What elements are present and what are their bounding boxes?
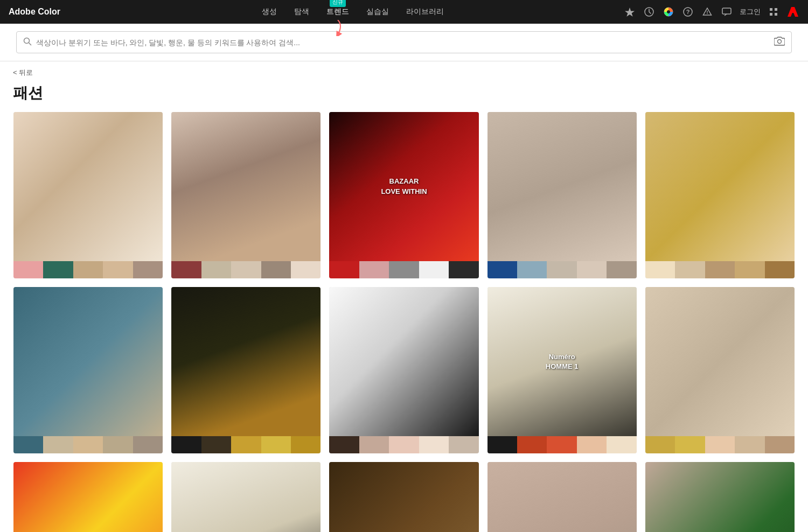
- color-swatch: [517, 436, 547, 453]
- image-grid: BAZAAR LOVE WITHINNuméro HOMME 1ELLE: [13, 112, 795, 532]
- svg-line-12: [29, 43, 32, 45]
- nav-lab[interactable]: 실습실: [366, 7, 389, 17]
- grid-item[interactable]: [13, 462, 163, 532]
- help-icon[interactable]: ?: [681, 5, 694, 18]
- nav-explore[interactable]: 탐색: [294, 7, 309, 17]
- image-grid-container: BAZAAR LOVE WITHINNuméro HOMME 1ELLE: [0, 112, 808, 532]
- svg-rect-9: [770, 13, 772, 16]
- color-swatch: [261, 436, 291, 453]
- color-swatch: [103, 261, 133, 278]
- color-swatch: [133, 436, 163, 453]
- nav-trend[interactable]: 신규 트렌드: [326, 7, 349, 17]
- login-button[interactable]: 로그인: [740, 7, 761, 17]
- color-swatch: [645, 261, 675, 278]
- svg-point-13: [778, 40, 782, 44]
- grid-item-image: [487, 462, 637, 532]
- grid-item[interactable]: [171, 112, 321, 278]
- star-icon[interactable]: [623, 5, 636, 18]
- grid-item-image: ELLE: [171, 462, 321, 532]
- grid-item[interactable]: Numéro HOMME 1: [487, 287, 637, 453]
- grid-item[interactable]: BAZAAR LOVE WITHIN: [329, 112, 478, 278]
- grid-item-image: [13, 462, 163, 532]
- grid-item-image: [171, 112, 321, 261]
- color-swatch: [449, 436, 478, 453]
- color-swatch: [517, 261, 547, 278]
- color-swatch: [231, 261, 261, 278]
- camera-icon[interactable]: [774, 36, 785, 48]
- color-swatch: [705, 436, 735, 453]
- main-nav: 생성 탐색 신규 트렌드 실습실 라이브러리: [82, 7, 623, 17]
- grid-item[interactable]: [171, 287, 321, 453]
- color-swatch: [231, 436, 261, 453]
- grid-item[interactable]: [645, 462, 795, 532]
- new-badge: 신규: [330, 0, 346, 7]
- color-swatch: [359, 261, 389, 278]
- color-swatch: [577, 261, 607, 278]
- color-palette: [487, 436, 637, 453]
- header: Adobe Color 생성 탐색 신규 트렌드 실습실 라이브러리: [0, 0, 808, 24]
- search-icon: [23, 37, 32, 48]
- color-swatch: [765, 261, 795, 278]
- page-title-area: 패션: [0, 81, 808, 112]
- app-logo[interactable]: Adobe Color: [9, 7, 60, 17]
- alert-icon[interactable]: !: [701, 5, 714, 18]
- color-swatch: [43, 261, 73, 278]
- search-input[interactable]: [36, 38, 774, 47]
- color-swatch: [389, 436, 419, 453]
- color-swatch: [13, 261, 43, 278]
- grid-item-image: [13, 112, 163, 261]
- grid-item-image: [645, 112, 795, 261]
- color-swatch: [261, 261, 291, 278]
- color-swatch: [133, 261, 163, 278]
- color-swatch: [389, 261, 419, 278]
- color-swatch: [735, 436, 764, 453]
- color-swatch: [291, 436, 321, 453]
- grid-item-image: [329, 287, 478, 436]
- color-swatch: [487, 436, 517, 453]
- color-swatch: [201, 261, 231, 278]
- grid-item[interactable]: [645, 287, 795, 453]
- grid-item[interactable]: [487, 112, 637, 278]
- svg-point-11: [24, 38, 30, 43]
- color-swatch: [577, 436, 607, 453]
- color-swatch: [765, 436, 795, 453]
- color-swatch: [13, 436, 43, 453]
- grid-item[interactable]: [487, 462, 637, 532]
- apps-grid-icon[interactable]: [767, 5, 780, 18]
- color-palette: [487, 261, 637, 278]
- color-swatch: [291, 261, 321, 278]
- color-swatch: [607, 436, 636, 453]
- grid-item[interactable]: [329, 287, 478, 453]
- grid-item[interactable]: [329, 462, 478, 532]
- nav-create[interactable]: 생성: [262, 7, 277, 17]
- back-button[interactable]: < 뒤로: [13, 68, 795, 78]
- grid-item[interactable]: [13, 287, 163, 453]
- grid-item-image: [487, 112, 637, 261]
- adobe-icon[interactable]: [786, 5, 799, 18]
- color-swatch: [705, 261, 735, 278]
- clock-icon[interactable]: [643, 5, 656, 18]
- search-section: [0, 24, 808, 61]
- color-palette: [645, 261, 795, 278]
- color-swatch: [43, 436, 73, 453]
- grid-item-image: [171, 287, 321, 436]
- color-swatch: [607, 261, 636, 278]
- nav-library[interactable]: 라이브러리: [406, 7, 444, 17]
- color-swatch: [201, 436, 231, 453]
- grid-item[interactable]: [13, 112, 163, 278]
- search-bar: [16, 31, 792, 53]
- color-swatch: [103, 436, 133, 453]
- header-actions: ? ! 로그인: [623, 5, 799, 18]
- grid-item[interactable]: [645, 112, 795, 278]
- grid-item[interactable]: ELLE: [171, 462, 321, 532]
- color-palette: [171, 261, 321, 278]
- grid-item-image: [645, 287, 795, 436]
- color-swatch: [419, 261, 449, 278]
- grid-item-image: [13, 287, 163, 436]
- color-swatch: [645, 436, 675, 453]
- chat-icon[interactable]: [720, 5, 733, 18]
- svg-rect-8: [775, 8, 777, 11]
- color-swatch: [329, 261, 359, 278]
- svg-text:!: !: [707, 10, 708, 15]
- color-wheel-icon[interactable]: [662, 5, 675, 18]
